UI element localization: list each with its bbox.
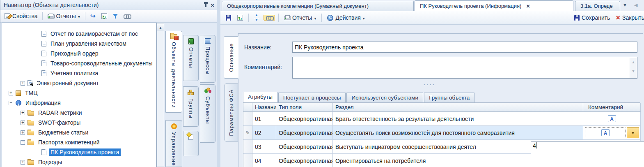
tab-enters-processes[interactable]: Поступает в процессы (278, 93, 346, 102)
scroll-up-arrow-icon[interactable] (157, 23, 164, 30)
save-and-keep-button[interactable]: Сохранить (572, 14, 612, 22)
editor-panel: Общекорпоративные компетенции (Бумажный … (220, 0, 644, 167)
doc-tab-corporate-competencies[interactable]: Общекорпоративные компетенции (Бумажный … (222, 1, 414, 11)
expand-plus-icon[interactable] (21, 130, 25, 135)
tree-item[interactable]: Паспорта компетенций (2, 137, 156, 147)
navigator-toolbar: Свойства Отчеты (0, 10, 217, 23)
filter-button[interactable] (111, 13, 120, 20)
tree-item[interactable]: Подходы (2, 157, 156, 167)
sidebar-tab-management[interactable]: Управление (165, 120, 182, 167)
document-icon (41, 149, 46, 155)
column-header[interactable]: Тип поля (276, 103, 333, 112)
column-header[interactable]: Комментарий (583, 103, 641, 112)
process-ribbon-icon (205, 38, 211, 44)
cubes-group-icon (188, 90, 194, 95)
tree-item[interactable]: Приходный ордер (2, 49, 156, 58)
table-row[interactable]: 01 Общекорпоративная Брать ответственнос… (243, 112, 640, 126)
notebook-icon (188, 38, 194, 44)
tree-item[interactable]: Отчет по взаиморасчетам от пос (2, 29, 156, 39)
save-button[interactable] (224, 14, 233, 21)
refresh-icon (237, 15, 243, 21)
tree-item[interactable]: Товаро-сопроводительные документы (2, 58, 156, 68)
close-editor-button[interactable]: Закрыть (614, 13, 644, 22)
go-forward-button[interactable] (88, 12, 98, 21)
expand-collapse-button[interactable] (252, 14, 261, 22)
sidebar-tab-processes[interactable]: Процессы (200, 35, 215, 83)
table-row-selected[interactable]: 02 Общекорпоративная Осуществлять поиск … (243, 126, 640, 140)
expand-plus-icon[interactable] (21, 121, 25, 125)
column-header[interactable]: Раздел (333, 103, 583, 112)
comment-popup-editor[interactable]: 4 (531, 141, 644, 167)
row-header-cell[interactable] (243, 140, 252, 154)
tab-dropdown-icon[interactable]: ▼ (623, 2, 627, 7)
collapse-minus-icon[interactable] (9, 101, 13, 105)
row-header-cell (243, 103, 252, 112)
tab-fsa-parameters[interactable]: Параметры ФСА (225, 84, 238, 141)
expand-plus-icon[interactable] (21, 160, 25, 165)
tree-item[interactable]: План управления качеством (2, 39, 156, 49)
tab-scroll-left-icon[interactable]: ◀ (634, 2, 637, 8)
sidebar-tab-groups[interactable]: Группы (183, 86, 199, 127)
sidebar-tab-reports[interactable]: Отчеты (183, 35, 199, 81)
row-header-cell[interactable] (243, 154, 252, 167)
sidebar-tab-new-document[interactable] (183, 131, 199, 156)
document-icon (41, 60, 46, 66)
spin-arrows-icon[interactable]: ▲▼ (630, 58, 637, 78)
tree-item[interactable]: Электронный документ (2, 78, 156, 88)
name-input[interactable] (292, 42, 637, 53)
editor-toolbar: Отчеты Действия Сохранить Закрыть (220, 11, 644, 25)
row-header-cell[interactable] (243, 112, 252, 126)
doc-tab-project-manager[interactable]: ПК Руководитель проекта (Информация) (415, 0, 573, 11)
comment-a-icon[interactable] (608, 115, 616, 122)
cube-icon (16, 90, 21, 96)
tab-object-groups[interactable]: Группы объекта (424, 93, 474, 102)
actions-button[interactable]: Действия (325, 14, 367, 22)
link-mode-button[interactable] (264, 15, 275, 21)
name-label: Название: (244, 44, 271, 51)
splitter-grip-icon[interactable]: ···· (424, 81, 435, 88)
dropdown-arrow-icon (78, 13, 80, 19)
expand-collapse-icon (254, 14, 259, 21)
electronic-document-icon (28, 80, 32, 86)
tree-item[interactable]: Бюджетные статьи (2, 128, 156, 137)
refresh-button[interactable] (235, 14, 245, 21)
expand-plus-icon[interactable] (21, 81, 25, 86)
comment-cell-editor[interactable] (585, 127, 626, 138)
reports-button[interactable]: Отчеты (46, 12, 82, 20)
sidebar-tab-objects[interactable]: Объекты деятельности (165, 31, 182, 113)
tab-used-by-subjects[interactable]: Используется субъектами (346, 93, 423, 102)
tree-item[interactable]: Учетная политика (2, 68, 156, 78)
tab-main-properties[interactable]: Основные (224, 36, 238, 79)
pin-icon[interactable] (205, 3, 206, 7)
document-icon (41, 41, 46, 46)
tree-item[interactable]: SWOT-факторы (2, 118, 156, 128)
tree-scrollbar[interactable] (157, 23, 164, 167)
table-header-row: Название Тип поля Раздел Комментарий (243, 103, 640, 112)
toolbar-separator (278, 14, 279, 22)
folder-icon (28, 131, 34, 135)
expand-plus-icon[interactable] (9, 91, 13, 95)
cursor-arrow-icon (30, 82, 34, 87)
comment-input[interactable] (292, 57, 637, 79)
sidebar-tab-subjects[interactable]: Субъекты (200, 84, 215, 143)
navigator-titlebar: Навигатор (Объекты деятельности) (0, 0, 217, 10)
tree-item[interactable]: RADAR-метрики (2, 108, 156, 118)
tree-item-selected[interactable]: ПК Руководитель проекта (2, 147, 156, 157)
close-icon[interactable] (211, 2, 214, 8)
tree-item[interactable]: Информация (2, 98, 156, 108)
properties-button[interactable]: Свойства (2, 12, 39, 20)
tab-close-icon[interactable] (526, 3, 530, 9)
toolbar-separator (248, 14, 249, 22)
doc-tab-truncated[interactable]: 3.1а. Опреде (575, 1, 620, 11)
tab-attributes[interactable]: Атрибуты (243, 92, 277, 102)
tree-item[interactable]: ТМЦ (2, 88, 156, 98)
comment-dropdown-button[interactable] (627, 127, 639, 138)
refresh-button[interactable] (99, 12, 109, 20)
column-header[interactable]: Название (252, 103, 276, 112)
comment-a-icon[interactable] (601, 129, 610, 136)
link-button[interactable] (121, 14, 132, 19)
collapse-minus-icon[interactable] (21, 140, 25, 145)
toolbar-separator (85, 12, 85, 20)
expand-plus-icon[interactable] (21, 111, 25, 115)
reports-button[interactable]: Отчеты (282, 14, 318, 22)
